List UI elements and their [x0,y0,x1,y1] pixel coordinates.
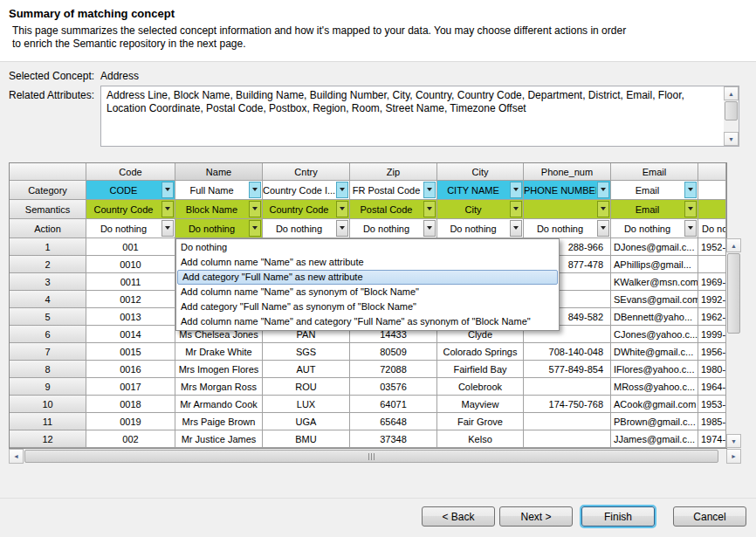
cell-email: PBrown@gmail.c... [611,413,698,430]
cell-extra: 1999-0 [698,326,726,343]
chevron-down-icon [423,220,436,237]
cell-city: Fair Grove [437,413,524,430]
action-dropdown-phone[interactable]: Do nothing [524,219,611,238]
menu-item-selected[interactable]: Add category "Full Name" as new attribut… [177,270,558,285]
category-row-label: Category [10,181,86,200]
scrollbar-thumb[interactable] [727,253,740,334]
cell-code: 0014 [86,326,175,343]
menu-item[interactable]: Add column name "Name" as new attribute [176,255,559,270]
category-dropdown-partial[interactable] [698,181,726,200]
menu-item[interactable]: Do nothing [176,240,559,255]
row-number: 1 [10,238,86,256]
action-dropdown-zip[interactable]: Do nothing [350,219,437,238]
related-attributes-box: Address Line, Block Name, Building Name,… [100,86,739,147]
next-button[interactable]: Next > [499,506,573,527]
action-dropdown-cntry[interactable]: Do nothing [263,219,350,238]
scroll-down-icon[interactable]: ▼ [724,132,739,146]
semantics-dropdown-phone[interactable] [524,200,611,219]
cell-extra: 1953-1 [698,396,726,413]
cell-email: SEvans@gmail.com [611,291,698,308]
chevron-down-icon [249,182,261,198]
column-header-name: Name [175,163,263,181]
table-vertical-scrollbar[interactable]: ▲ ▼ [726,238,741,448]
menu-item[interactable]: Add category "Full Name" as synonym of "… [176,299,559,314]
scroll-left-icon[interactable]: ◄ [9,449,24,464]
scrollbar-thumb[interactable] [725,101,738,120]
page-title: Summary of matching concept [9,7,175,20]
semantics-dropdown-name[interactable]: Block Name [175,200,263,219]
back-button[interactable]: < Back [422,506,495,527]
category-dropdown-email[interactable]: Email [611,181,698,200]
cell-email: JJames@gmail.c... [611,430,698,448]
cell-phone [524,378,611,396]
semantics-dropdown-zip[interactable]: Postal Code [350,200,437,219]
cell-extra: 1962-1 [698,308,726,326]
related-attributes-line2: Location Coordinate, Postal Code, Postbo… [107,102,719,115]
cell-code: 0017 [86,378,175,396]
wizard-dialog: Summary of matching concept This page su… [0,0,756,537]
row-number: 5 [10,308,86,326]
related-attributes-scrollbar[interactable]: ▲ ▼ [724,86,739,146]
cell-extra: 1956-0 [698,343,726,361]
cell-extra: 1992-1 [698,291,726,308]
scroll-up-icon[interactable]: ▲ [726,238,741,252]
cell-email: KWalker@msn.com [611,273,698,291]
table-horizontal-scrollbar[interactable]: ◄ ► [9,449,741,464]
semantics-dropdown-cntry[interactable]: Country Code [263,200,350,219]
action-dropdown-name[interactable]: Do nothing [175,219,263,238]
row-number: 8 [10,361,86,378]
category-dropdown-phone[interactable]: PHONE NUMBER [524,181,611,200]
cell-cntry: ROU [263,378,350,396]
scroll-up-icon[interactable]: ▲ [724,86,739,100]
category-dropdown-zip[interactable]: FR Postal Code [350,181,437,200]
category-dropdown-code[interactable]: CODE [86,181,175,200]
chevron-down-icon [423,182,436,198]
category-dropdown-city[interactable]: CITY NAME [437,181,524,200]
column-header-partial [698,163,726,181]
menu-item[interactable]: Add column name "Name" as synonym of "Bl… [176,285,559,299]
row-number: 4 [10,291,86,308]
scrollbar-thumb[interactable] [24,450,718,463]
action-dropdown-partial[interactable]: Do nothing [698,219,726,238]
semantics-dropdown-city[interactable]: City [437,200,524,219]
cell-code: 0016 [86,361,175,378]
cell-phone: 708-140-048 [524,343,611,361]
finish-button[interactable]: Finish [581,506,655,527]
semantics-dropdown-email[interactable]: Email [611,200,698,219]
action-dropdown-code[interactable]: Do nothing [86,219,175,238]
chevron-down-icon [684,220,697,237]
cell-cntry: LUX [263,396,350,413]
column-header-city: City [437,163,524,181]
cell-city: Mayview [437,396,524,413]
action-dropdown-city[interactable]: Do nothing [437,219,524,238]
semantics-dropdown-code[interactable]: Country Code [86,200,175,219]
cell-name: Mrs Morgan Ross [175,378,263,396]
cell-code: 0012 [86,291,175,308]
cell-email: APhillips@gmail... [611,256,698,273]
category-dropdown-name[interactable]: Full Name [175,181,263,200]
cell-zip: 65648 [350,413,437,430]
cancel-button[interactable]: Cancel [673,506,746,527]
semantics-row-label: Semantics [10,200,86,219]
row-number: 11 [10,413,86,430]
cell-cntry: UGA [263,413,350,430]
cell-code: 0018 [86,396,175,413]
cell-extra [698,256,726,273]
row-number: 9 [10,378,86,396]
category-dropdown-cntry[interactable]: Country Code I... [263,181,350,200]
semantics-dropdown-partial[interactable] [698,200,726,219]
scroll-down-icon[interactable]: ▼ [726,434,741,448]
scroll-right-icon[interactable]: ► [726,449,741,464]
cell-extra: 1952-1 [698,238,726,256]
chevron-down-icon [510,220,522,237]
cell-city: Kelso [437,430,524,448]
cell-extra: 1964-0 [698,378,726,396]
cell-phone [524,430,611,448]
column-header-cntry: Cntry [263,163,350,181]
action-dropdown-menu: Do nothingAdd column name "Name" as new … [175,238,560,331]
menu-item[interactable]: Add column name "Name" and category "Ful… [176,314,559,329]
cell-name: Mr Drake White [175,343,263,361]
action-dropdown-email[interactable]: Do nothing [611,219,698,238]
cell-cntry: BMU [263,430,350,448]
cell-name: Mr Justice James [175,430,263,448]
